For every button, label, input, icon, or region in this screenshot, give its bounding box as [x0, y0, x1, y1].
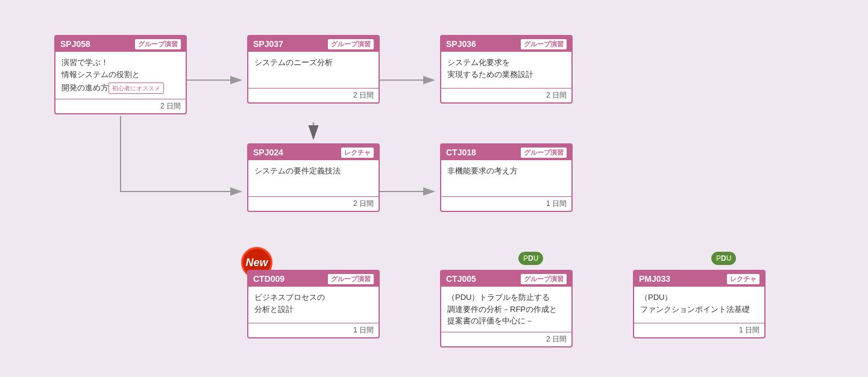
course-card-ctj018[interactable]: CTJ018グループ演習非機能要求の考え方1 日間 — [440, 143, 573, 212]
card-type: グループ演習 — [521, 274, 567, 284]
card-header: SPJ024レクチャ — [248, 145, 379, 160]
course-card-spj058[interactable]: SPJ058グループ演習演習で学ぶ！情報システムの役割と開発の進め方初心者にオス… — [54, 35, 187, 114]
card-body: システム化要求を実現するための業務設計 — [441, 52, 571, 88]
card-footer: 2 日間 — [248, 196, 379, 211]
pdu-badge: PDU — [518, 252, 543, 265]
card-footer: 1 日間 — [248, 323, 379, 337]
card-footer: 2 日間 — [55, 99, 186, 113]
card-header: SPJ036グループ演習 — [441, 36, 571, 52]
card-type: グループ演習 — [328, 39, 374, 49]
card-footer: 1 日間 — [441, 196, 571, 211]
card-code: CTD009 — [253, 274, 285, 284]
card-body: （PDU）トラブルを防止する調達要件の分析－RFPの作成と提案書の評価を中心に－ — [441, 287, 571, 332]
card-footer: 2 日間 — [441, 332, 571, 346]
card-type: グループ演習 — [521, 39, 567, 49]
card-code: PMJ033 — [639, 274, 670, 284]
card-type: グループ演習 — [521, 148, 567, 158]
card-type: レクチャ — [727, 274, 760, 284]
card-header: CTJ018グループ演習 — [441, 145, 571, 160]
pdu-badge: PDU — [711, 252, 736, 265]
course-card-spj037[interactable]: SPJ037グループ演習システムのニーズ分析2 日間 — [247, 35, 380, 104]
card-code: SPJ036 — [446, 39, 476, 49]
card-type: レクチャ — [341, 148, 374, 158]
card-header: PMJ033レクチャ — [634, 271, 764, 287]
course-card-spj024[interactable]: SPJ024レクチャシステムの要件定義技法2 日間 — [247, 143, 380, 212]
card-header: SPJ058グループ演習 — [55, 36, 186, 52]
card-footer: 2 日間 — [441, 88, 571, 102]
card-footer: 1 日間 — [634, 323, 764, 337]
card-type: グループ演習 — [135, 39, 181, 49]
beginner-badge: 初心者にオススメ — [108, 83, 164, 94]
card-type: グループ演習 — [328, 274, 374, 284]
card-body: 非機能要求の考え方 — [441, 160, 571, 196]
card-header: SPJ037グループ演習 — [248, 36, 379, 52]
card-code: SPJ037 — [253, 39, 283, 49]
card-body: システムのニーズ分析 — [248, 52, 379, 88]
card-code: CTJ005 — [446, 274, 476, 284]
main-canvas: SPJ058グループ演習演習で学ぶ！情報システムの役割と開発の進め方初心者にオス… — [18, 11, 850, 366]
course-card-ctd009[interactable]: CTD009グループ演習ビジネスプロセスの分析と設計1 日間 — [247, 270, 380, 338]
card-body: システムの要件定義技法 — [248, 160, 379, 196]
card-code: SPJ024 — [253, 148, 283, 157]
card-body: （PDU）ファンクションポイント法基礎 — [634, 287, 764, 323]
card-header: CTJ005グループ演習 — [441, 271, 571, 287]
card-code: SPJ058 — [60, 39, 90, 49]
card-body: 演習で学ぶ！情報システムの役割と開発の進め方初心者にオススメ — [55, 52, 186, 99]
card-header: CTD009グループ演習 — [248, 271, 379, 287]
card-footer: 2 日間 — [248, 88, 379, 102]
card-code: CTJ018 — [446, 148, 476, 157]
course-card-ctj005[interactable]: CTJ005グループ演習（PDU）トラブルを防止する調達要件の分析－RFPの作成… — [440, 270, 573, 347]
course-card-pmj033[interactable]: PMJ033レクチャ（PDU）ファンクションポイント法基礎1 日間 — [633, 270, 766, 338]
course-card-spj036[interactable]: SPJ036グループ演習システム化要求を実現するための業務設計2 日間 — [440, 35, 573, 104]
card-body: ビジネスプロセスの分析と設計 — [248, 287, 379, 323]
